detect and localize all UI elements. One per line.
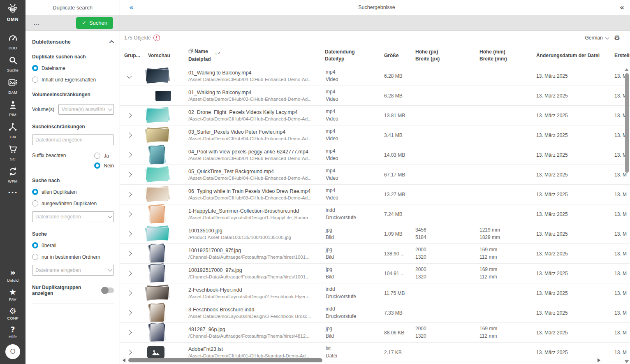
scroll-down-arrow-icon[interactable] — [625, 360, 629, 363]
expand-chevron-icon[interactable] — [127, 231, 132, 236]
asset-thumbnail[interactable] — [155, 91, 171, 101]
table-row[interactable]: 03_Surfer_Pexels Video Peter Fowler.mp4 … — [120, 125, 630, 145]
sidebar-item-unfold[interactable]: » Unfold — [0, 269, 25, 283]
collapse-chevron-icon[interactable] — [109, 40, 114, 45]
column-header-group[interactable]: Grup... — [120, 53, 138, 58]
radio-ausgewaehlte-duplikate[interactable]: ausgewählten Duplikaten — [32, 200, 114, 206]
horizontal-scrollbar-thumb[interactable] — [128, 358, 322, 362]
expand-chevron-icon[interactable] — [127, 271, 132, 276]
expand-chevron-icon[interactable] — [127, 192, 132, 197]
sidebar-item-sc[interactable]: SC — [0, 144, 25, 161]
asset-thumbnail[interactable] — [151, 324, 164, 341]
expand-chevron-icon[interactable] — [127, 152, 132, 158]
table-row[interactable]: 1-HappyLife_Summer-Collection-Broschure.… — [120, 204, 630, 224]
table-row[interactable]: 100192517000_97f.jpg /Channel-Data/Auftr… — [120, 244, 630, 264]
table-row[interactable]: 01_Walking to Balcony.mp4 /Asset-Data/De… — [120, 66, 630, 86]
expand-chevron-icon[interactable] — [127, 211, 132, 217]
language-dropdown[interactable]: German — [585, 35, 608, 41]
asset-thumbnail[interactable] — [151, 304, 164, 322]
filename-input-1[interactable] — [32, 211, 114, 222]
expand-chevron-icon[interactable] — [127, 330, 132, 335]
scroll-right-arrow-icon[interactable] — [598, 358, 600, 362]
radio-suffix-nein[interactable]: Nein — [94, 162, 114, 169]
table-row[interactable]: 05_QuickTime_Test Background.mp4 /Asset-… — [120, 165, 630, 185]
table-row[interactable]: 100135100.jpg /Product-Asset-Data/100/13… — [120, 224, 630, 244]
table-row[interactable]: 3-Feschbook-Broschure.indd /Asset-Data/D… — [120, 303, 630, 323]
table-row[interactable]: 2-Feschbook-Flyer.indd /Asset-Data/Demo/… — [120, 283, 630, 303]
sidebar-item-hilfe[interactable]: ? Hilfe — [0, 326, 25, 339]
expand-chevron-icon[interactable] — [127, 113, 132, 118]
expand-chevron-icon[interactable] — [127, 73, 132, 79]
column-header-modified[interactable]: Änderungsdatum der Datei — [536, 53, 614, 58]
sidebar-item-conf[interactable]: ⚙ CONF — [0, 307, 25, 320]
radio-ueberall[interactable]: überall — [32, 242, 114, 248]
expand-chevron-icon[interactable] — [127, 290, 132, 296]
sidebar-item-dbd[interactable]: DBD — [0, 33, 25, 50]
radio-suffix-ja[interactable]: Ja — [94, 153, 114, 159]
table-row[interactable]: 01_Walking to Balcony.mp4 /Asset-Data/De… — [120, 86, 630, 106]
scroll-left-arrow-icon[interactable] — [123, 358, 125, 362]
table-settings-gear-icon[interactable]: ⚙ — [614, 35, 620, 42]
collapse-right-panel-icon[interactable]: « — [620, 3, 624, 12]
expand-chevron-icon[interactable] — [127, 172, 132, 177]
radio-inhalt-eigenschaften[interactable]: Inhalt und Eigenschaften — [32, 77, 114, 83]
panel-more-button[interactable]: ... — [34, 20, 39, 26]
table-row[interactable]: 100192517000_97s.jpg /Channel-Data/Auftr… — [120, 264, 630, 283]
alert-icon[interactable]: ! — [153, 35, 160, 41]
asset-thumbnail[interactable] — [147, 227, 168, 240]
filename-input-2[interactable] — [32, 265, 114, 276]
asset-thumbnail[interactable] — [151, 146, 164, 164]
column-header-preview[interactable]: Vorschau — [138, 53, 188, 58]
radio-icon[interactable] — [32, 254, 38, 260]
column-header-name-path[interactable]: Name Dateipfad 1 ^ — [188, 48, 325, 63]
radio-alle-duplikate[interactable]: allen Duplikaten — [32, 189, 114, 195]
vertical-scrollbar-thumb[interactable] — [625, 73, 629, 173]
asset-thumbnail[interactable] — [147, 70, 168, 82]
asset-thumbnail[interactable] — [147, 287, 168, 299]
sort-indicator[interactable]: 1 ^ — [215, 52, 220, 56]
table-row[interactable]: 02_Drone_Flight_Pexels Videos Kelly Lacy… — [120, 106, 630, 125]
radio-icon[interactable] — [32, 189, 38, 195]
user-avatar[interactable]: O — [5, 344, 20, 359]
asset-thumbnail[interactable] — [151, 265, 164, 282]
vertical-scrollbar[interactable] — [624, 68, 629, 363]
column-header-ext-type[interactable]: Dateiendung Dateityp — [325, 49, 378, 63]
sidebar-item-cm[interactable]: CM — [0, 122, 25, 139]
sidebar-item-pim[interactable]: PIM — [0, 100, 25, 117]
asset-thumbnail[interactable] — [151, 245, 164, 262]
column-header-created[interactable]: Erstellu — [614, 53, 630, 58]
expand-chevron-icon[interactable] — [127, 132, 132, 138]
search-button[interactable]: ✓ Suchen — [76, 17, 113, 29]
duplicate-groups-toggle[interactable] — [102, 287, 114, 293]
table-row[interactable]: 04_Pool with View pexels-peggy-anke-6242… — [120, 145, 630, 165]
asset-thumbnail[interactable] — [147, 168, 168, 181]
sidebar-item-suche[interactable]: Suche — [0, 56, 25, 72]
horizontal-scrollbar-track[interactable] — [127, 358, 595, 362]
expand-chevron-icon[interactable] — [127, 350, 132, 355]
asset-thumbnail[interactable] — [147, 129, 168, 141]
volume-select-input[interactable] — [58, 104, 114, 115]
scroll-up-arrow-icon[interactable] — [625, 68, 629, 71]
section-header-dublettensuche[interactable]: Dublettensuche — [32, 39, 114, 45]
radio-bestimmte-ordner[interactable]: nur in bestimmten Ordnern — [32, 254, 114, 260]
table-row[interactable]: 06_Typing while in Train Pexels Video Dr… — [120, 185, 630, 204]
asset-thumbnail[interactable] — [147, 346, 164, 359]
sidebar-item-fav[interactable]: ★ FAV — [0, 288, 25, 301]
sidebar-item-omn[interactable]: OMN — [0, 3, 25, 22]
radio-dateiname[interactable]: Dateiname — [32, 65, 114, 71]
radio-icon[interactable] — [94, 153, 100, 159]
asset-thumbnail[interactable] — [147, 109, 168, 122]
horizontal-scrollbar[interactable] — [123, 358, 600, 363]
column-header-px[interactable]: Höhe (px) Breite (px) — [415, 49, 479, 63]
radio-icon[interactable] — [32, 77, 38, 83]
asset-thumbnail[interactable] — [151, 206, 164, 223]
sidebar-item-wfm[interactable]: WFM — [0, 167, 25, 183]
collapse-left-panel-icon[interactable]: « — [129, 3, 134, 12]
column-header-mm[interactable]: Höhe (mm) Breite (mm) — [479, 49, 536, 63]
table-row[interactable]: 481287_96p.jpg /Channel-Data/Auftraege/F… — [120, 323, 630, 343]
more-modules-icon[interactable]: ••• — [8, 190, 18, 195]
radio-icon[interactable] — [94, 162, 100, 169]
asset-thumbnail[interactable] — [147, 188, 168, 201]
radio-icon[interactable] — [32, 65, 38, 71]
expand-chevron-icon[interactable] — [127, 251, 132, 256]
